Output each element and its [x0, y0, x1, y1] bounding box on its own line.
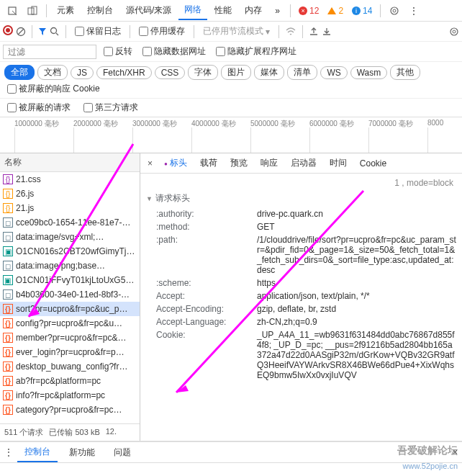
hide-extension-urls[interactable]: 隐藏扩展程序网址 — [216, 45, 296, 58]
filter-chip-Wasm[interactable]: Wasm — [350, 66, 388, 79]
filter-chip-Fetch/XHR[interactable]: Fetch/XHR — [96, 66, 152, 79]
clear-button[interactable] — [16, 27, 26, 37]
errors-badge[interactable]: ×12 — [296, 5, 321, 17]
header-value: /1/clouddrive/file/sort?pr=ucpro&fr=pc&u… — [257, 235, 456, 275]
warnings-badge[interactable]: 2 — [325, 5, 345, 17]
tab-initiator[interactable]: 启动器 — [285, 154, 322, 172]
tab-payload[interactable]: 载荷 — [194, 154, 223, 172]
filter-chip-全部[interactable]: 全部 — [4, 65, 35, 80]
request-row[interactable]: {}desktop_buwang_config?fr… — [0, 359, 140, 374]
info-badge[interactable]: i14 — [350, 5, 374, 17]
header-row: :scheme:https — [140, 277, 462, 289]
filter-chip-其他[interactable]: 其他 — [390, 65, 420, 80]
request-row[interactable]: ▣O1CN01iFFvyT01kjLtoUxG5C… — [0, 273, 140, 287]
bottom-menu-icon[interactable]: ⋮ — [4, 447, 13, 457]
settings-icon[interactable] — [385, 3, 404, 19]
request-row[interactable]: {}member?pr=ucpro&fr=pc&… — [0, 331, 140, 345]
request-headers-section[interactable]: 请求标头 — [140, 189, 462, 207]
bottom-tab-new[interactable]: 新功能 — [62, 444, 102, 462]
device-icon[interactable] — [23, 3, 42, 19]
upload-icon[interactable] — [309, 27, 319, 37]
tab-performance[interactable]: 性能 — [209, 1, 237, 19]
svg-point-4 — [393, 9, 396, 12]
request-row[interactable]: {}category?pr=ucpro&fr=pc… — [0, 403, 140, 417]
request-name: config?pr=ucpro&fr=pc&u… — [16, 318, 122, 328]
download-icon[interactable] — [322, 27, 332, 37]
header-value: zh-CN,zh;q=0.9 — [257, 317, 456, 327]
file-icon: ◻ — [3, 289, 13, 300]
request-row[interactable]: ▣O1CN016s2CBT20wfGimyTj… — [0, 244, 140, 259]
request-row[interactable]: {}26.js — [0, 187, 140, 201]
hide-data-urls[interactable]: 隐藏数据网址 — [142, 45, 206, 58]
filter-icon[interactable] — [38, 27, 47, 36]
request-row[interactable]: {}sort?pr=ucpro&fr=pc&uc_p… — [0, 302, 140, 316]
blocked-requests[interactable]: 被屏蔽的请求 — [7, 102, 71, 114]
css-icon: {} — [3, 174, 13, 184]
request-row[interactable]: {}21.css — [0, 172, 140, 187]
request-row[interactable]: ◻data:image/svg+xml;… — [0, 230, 140, 244]
third-party[interactable]: 第三方请求 — [83, 102, 138, 114]
panel-settings-icon[interactable] — [449, 27, 459, 37]
requests-count: 511 个请求 — [4, 427, 43, 438]
header-value: drive-pc.quark.cn — [257, 209, 456, 219]
tab-preview[interactable]: 预览 — [225, 154, 253, 172]
bottom-tab-issues[interactable]: 问题 — [107, 444, 138, 462]
filter-chip-图片[interactable]: 图片 — [221, 65, 251, 80]
request-row[interactable]: {}ab?fr=pc&platform=pc — [0, 374, 140, 388]
header-key: :method: — [156, 222, 257, 232]
request-row[interactable]: ◻data:image/png;base… — [0, 259, 140, 273]
wifi-icon[interactable] — [285, 27, 296, 37]
header-value: https — [257, 278, 456, 288]
tab-console[interactable]: 控制台 — [81, 1, 119, 19]
x-icon: {} — [3, 405, 13, 415]
file-icon: ◻ — [3, 261, 13, 271]
timeline[interactable]: 1000000 毫秒2000000 毫秒3000000 毫秒4000000 毫秒… — [0, 117, 462, 153]
request-row[interactable]: ◻cce09bc0-1654-11ee-81e7-… — [0, 215, 140, 230]
menu-icon[interactable]: ⋮ — [405, 3, 422, 19]
transferred-size: 已传输 503 kB — [49, 427, 99, 438]
watermark-text: 吾爱破解论坛 — [397, 444, 458, 457]
request-name: desktop_buwang_config?fr… — [16, 362, 127, 372]
close-panel-icon[interactable]: × — [143, 158, 157, 169]
x-icon: {} — [3, 347, 13, 357]
request-row[interactable]: {}ever_login?pr=ucpro&fr=p… — [0, 345, 140, 359]
request-row[interactable]: ◻b4b03600-34e0-11ed-8bf3-… — [0, 287, 140, 302]
tab-network[interactable]: 网络 — [178, 1, 207, 20]
request-row[interactable]: {}21.js — [0, 201, 140, 215]
preserve-log-label: 保留日志 — [86, 25, 121, 37]
header-row: Accept-Language:zh-CN,zh;q=0.9 — [140, 315, 462, 328]
preserve-log[interactable]: 保留日志 — [75, 25, 121, 37]
tab-more[interactable]: » — [269, 3, 286, 19]
inspect-icon[interactable] — [3, 3, 22, 19]
header-key: Cookie: — [156, 330, 257, 340]
blocked-cookies[interactable]: 被屏蔽的响应 Cookie — [7, 83, 100, 95]
throttling-select[interactable]: 已停用节流模式 ▾ — [203, 25, 270, 37]
search-icon[interactable] — [50, 27, 60, 37]
tab-headers[interactable]: 标头 — [158, 154, 193, 172]
request-name: b4b03600-34e0-11ed-8bf3-… — [16, 289, 130, 300]
filter-chip-CSS[interactable]: CSS — [155, 66, 186, 79]
bottom-tab-console[interactable]: 控制台 — [17, 443, 58, 462]
filter-chip-媒体[interactable]: 媒体 — [254, 65, 284, 80]
tab-response[interactable]: 响应 — [255, 154, 284, 172]
filter-input[interactable] — [3, 45, 96, 59]
header-key: :scheme: — [156, 278, 257, 288]
invert-filter[interactable]: 反转 — [104, 45, 132, 58]
file-icon: ◻ — [3, 232, 13, 242]
tab-cookies[interactable]: Cookie — [354, 156, 392, 171]
request-row[interactable]: {}config?pr=ucpro&fr=pc&u… — [0, 316, 140, 331]
request-row[interactable]: {}info?fr=pc&platform=pc — [0, 388, 140, 403]
tab-elements[interactable]: 元素 — [51, 1, 80, 19]
disable-cache[interactable]: 停用缓存 — [139, 25, 185, 37]
filter-chip-文档[interactable]: 文档 — [37, 65, 68, 80]
record-button[interactable] — [3, 25, 13, 37]
tab-sources[interactable]: 源代码/来源 — [120, 1, 177, 19]
filter-chip-JS[interactable]: JS — [71, 66, 94, 79]
filter-chip-字体[interactable]: 字体 — [188, 65, 218, 80]
tab-timing[interactable]: 时间 — [324, 154, 353, 172]
name-column-header[interactable]: 名称 — [0, 153, 140, 172]
filter-chip-清单[interactable]: 清单 — [287, 65, 317, 80]
filter-chip-WS[interactable]: WS — [320, 66, 347, 79]
request-name: data:image/svg+xml;… — [16, 232, 104, 242]
tab-memory[interactable]: 内存 — [239, 1, 268, 19]
